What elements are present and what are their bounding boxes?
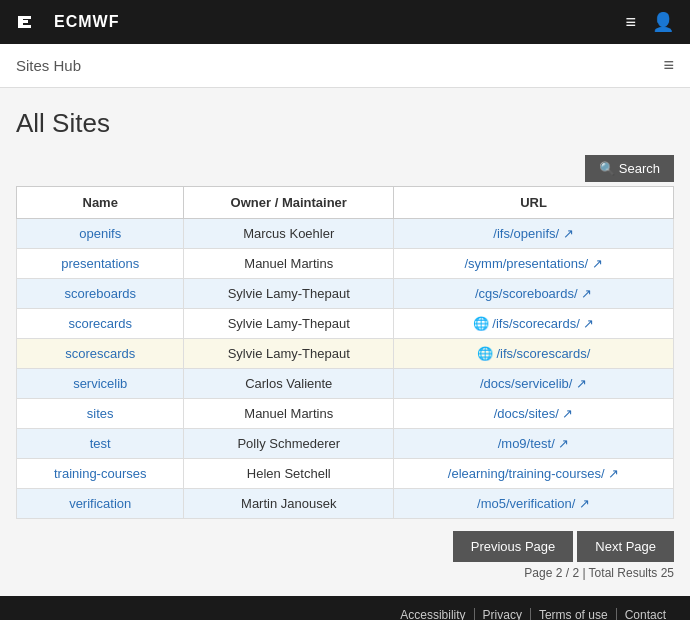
table-row: verificationMartin Janousek/mo5/verifica… [17,489,674,519]
search-bar: 🔍 Search [16,155,674,182]
cell-url: /elearning/training-courses/ ↗ [394,459,674,489]
col-header-name: Name [17,187,184,219]
cell-site-name: openifs [17,219,184,249]
table-row: scoreboardsSylvie Lamy-Thepaut/cgs/score… [17,279,674,309]
url-link[interactable]: /ifs/openifs/ ↗ [493,226,573,241]
search-button[interactable]: 🔍 Search [585,155,674,182]
url-link[interactable]: /symm/presentations/ ↗ [464,256,602,271]
cell-site-name: sites [17,399,184,429]
url-link[interactable]: /docs/servicelib/ ↗ [480,376,587,391]
site-name-link[interactable]: test [90,436,111,451]
site-name-link[interactable]: presentations [61,256,139,271]
top-nav-actions: ≡ 👤 [625,11,674,33]
site-name-link[interactable]: scorescards [65,346,135,361]
table-row: presentationsManuel Martins/symm/present… [17,249,674,279]
cell-owner: Manuel Martins [184,399,394,429]
cell-site-name: verification [17,489,184,519]
sub-nav-title: Sites Hub [16,57,81,74]
cell-site-name: scorescards [17,339,184,369]
svg-rect-2 [18,16,31,19]
cell-site-name: training-courses [17,459,184,489]
cell-url: /symm/presentations/ ↗ [394,249,674,279]
sites-table: Name Owner / Maintainer URL openifsMarcu… [16,186,674,519]
logo-text: ECMWF [54,13,119,31]
cell-site-name: scorecards [17,309,184,339]
table-row: servicelibCarlos Valiente/docs/serviceli… [17,369,674,399]
cell-owner: Manuel Martins [184,249,394,279]
cell-owner: Polly Schmederer [184,429,394,459]
pagination-buttons: Previous Page Next Page [453,531,674,562]
cell-owner: Sylvie Lamy-Thepaut [184,309,394,339]
site-name-link[interactable]: servicelib [73,376,127,391]
table-row: testPolly Schmederer/mo9/test/ ↗ [17,429,674,459]
table-row: sitesManuel Martins/docs/sites/ ↗ [17,399,674,429]
cell-url: /docs/servicelib/ ↗ [394,369,674,399]
ecmwf-logo-icon [16,12,46,32]
table-row: scorescardsSylvie Lamy-Thepaut🌐 /ifs/sco… [17,339,674,369]
sub-nav-hamburger-icon[interactable]: ≡ [663,55,674,76]
hamburger-menu-icon[interactable]: ≡ [625,12,636,33]
cell-url: /cgs/scoreboards/ ↗ [394,279,674,309]
cell-site-name: test [17,429,184,459]
cell-site-name: scoreboards [17,279,184,309]
cell-owner: Sylvie Lamy-Thepaut [184,279,394,309]
url-link[interactable]: /elearning/training-courses/ ↗ [448,466,619,481]
url-link[interactable]: /docs/sites/ ↗ [494,406,574,421]
sub-navigation: Sites Hub ≡ [0,44,690,88]
cell-url: /docs/sites/ ↗ [394,399,674,429]
url-link[interactable]: /mo9/test/ ↗ [498,436,570,451]
cell-url: 🌐 /ifs/scorecards/ ↗ [394,309,674,339]
previous-page-button[interactable]: Previous Page [453,531,574,562]
logo-area: ECMWF [16,12,119,32]
table-header-row: Name Owner / Maintainer URL [17,187,674,219]
table-row: scorecardsSylvie Lamy-Thepaut🌐 /ifs/scor… [17,309,674,339]
main-content: All Sites 🔍 Search Name Owner / Maintain… [0,88,690,596]
site-name-link[interactable]: training-courses [54,466,147,481]
cell-owner: Martin Janousek [184,489,394,519]
cell-owner: Sylvie Lamy-Thepaut [184,339,394,369]
svg-rect-4 [18,25,31,28]
footer-link-accessibility[interactable]: Accessibility [392,608,474,620]
user-profile-icon[interactable]: 👤 [652,11,674,33]
footer: Accessibility Privacy Terms of use Conta… [0,596,690,620]
cell-site-name: servicelib [17,369,184,399]
site-name-link[interactable]: sites [87,406,114,421]
site-name-link[interactable]: scorecards [68,316,132,331]
page-title: All Sites [16,108,674,139]
cell-site-name: presentations [17,249,184,279]
url-link[interactable]: /cgs/scoreboards/ ↗ [475,286,592,301]
footer-link-privacy[interactable]: Privacy [475,608,531,620]
url-link[interactable]: 🌐 /ifs/scorecards/ ↗ [473,316,595,331]
cell-owner: Carlos Valiente [184,369,394,399]
site-name-link[interactable]: scoreboards [64,286,136,301]
next-page-button[interactable]: Next Page [577,531,674,562]
table-row: training-coursesHelen Setchell/elearning… [17,459,674,489]
col-header-url: URL [394,187,674,219]
table-row: openifsMarcus Koehler/ifs/openifs/ ↗ [17,219,674,249]
site-name-link[interactable]: verification [69,496,131,511]
cell-owner: Marcus Koehler [184,219,394,249]
cell-owner: Helen Setchell [184,459,394,489]
cell-url: /ifs/openifs/ ↗ [394,219,674,249]
pagination-area: Previous Page Next Page Page 2 / 2 | Tot… [16,531,674,580]
url-link[interactable]: 🌐 /ifs/scorescards/ [477,346,591,361]
svg-rect-3 [18,20,28,23]
footer-link-terms[interactable]: Terms of use [531,608,617,620]
cell-url: /mo5/verification/ ↗ [394,489,674,519]
cell-url: 🌐 /ifs/scorescards/ [394,339,674,369]
col-header-owner: Owner / Maintainer [184,187,394,219]
url-link[interactable]: /mo5/verification/ ↗ [477,496,590,511]
footer-link-contact[interactable]: Contact [617,608,674,620]
site-name-link[interactable]: openifs [79,226,121,241]
page-info: Page 2 / 2 | Total Results 25 [524,566,674,580]
top-navigation: ECMWF ≡ 👤 [0,0,690,44]
cell-url: /mo9/test/ ↗ [394,429,674,459]
